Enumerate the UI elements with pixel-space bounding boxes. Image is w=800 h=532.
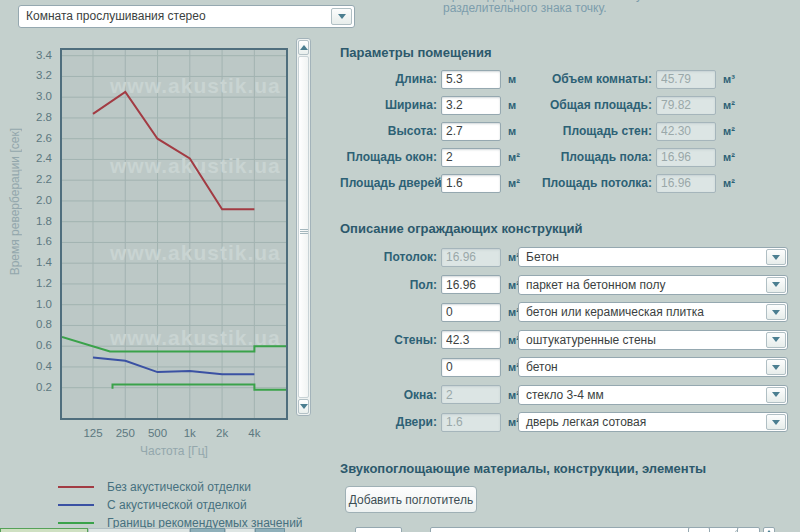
absorber-quantity-input[interactable] [355,527,402,532]
scrollbar-thumb[interactable] [298,56,309,398]
ceiling-area-field [441,248,501,267]
chart-scrollbar[interactable] [296,38,311,416]
bottom-clipped-chart [88,528,190,532]
scroll-down-button[interactable] [298,399,309,414]
y-tick-label: 3.0 [0,90,52,102]
reverb-chart-plot: www.akustik.uawww.akustik.uawww.akustik.… [60,48,288,420]
legend-label: Без акустической отделки [107,480,251,494]
walls-2-area-field[interactable] [441,358,501,377]
ceiling-area-label: Площадь потолка: [538,176,652,190]
ceiling-material-dropdown-button[interactable] [766,249,786,265]
doors-area-field [441,413,501,432]
total-area-label: Общая площадь: [538,98,652,112]
y-tick-label: 2.8 [0,111,52,123]
length-input[interactable] [441,70,501,89]
doors-material-dropdown-button[interactable] [766,414,786,430]
y-tick-label: 2.0 [0,194,52,206]
decimal-separator-note: При вводе дробных чисел используйте в ка… [443,0,788,15]
chevron-down-icon [772,365,780,370]
bottom-clipped-chart [225,528,255,532]
mini-scroll-up-button[interactable] [763,527,775,532]
floor-area-label: Площадь пола: [538,150,652,164]
walls-2-material-dropdown-button[interactable] [766,359,786,375]
field-row-walls-area: Площадь стен: м² [538,121,735,141]
constructions-title: Описание ограждающих конструкций [340,221,583,236]
y-tick-label: 2.2 [0,173,52,185]
field-row-volume: Объем комнаты: м³ [538,69,735,89]
width-unit: м [508,99,516,111]
absorber-action-button[interactable] [688,527,710,532]
total-area-unit: м² [723,99,735,111]
chevron-down-icon [772,255,780,260]
windows-area-field [441,385,501,404]
svg-text:www.akustik.ua: www.akustik.ua [109,241,281,264]
ceiling-label: Потолок: [340,250,437,264]
doors-material-value: дверь легкая сотовая [519,413,787,431]
construction-row-windows: Окна: м² стекло 3-4 мм [340,385,788,405]
x-axis-title: Частота [Гц] [62,444,286,458]
walls-material-select[interactable]: оштукатуренные стены [518,330,788,350]
constructions-rows: Потолок: м² Бетон Пол: м² паркет на бето… [340,247,788,432]
height-label: Высота: [340,124,437,138]
room-params-title: Параметры помещения [340,45,492,60]
walls-area-output [656,122,716,141]
legend-item-no-treatment: Без акустической отделки [58,478,303,496]
floor-material-select[interactable]: паркет на бетонном полу [518,275,788,295]
walls-2-material-select[interactable]: бетон [518,357,788,377]
floor-label: Пол: [340,278,437,292]
doors-material-select[interactable]: дверь легкая сотовая [518,412,788,432]
room-type-select[interactable]: Комната прослушивания стерео [18,5,355,28]
floor-material-value: паркет на бетонном полу [519,276,787,294]
scrollbar-grip-icon [300,229,308,235]
windows-material-dropdown-button[interactable] [766,387,786,403]
y-tick-label: 0.4 [0,360,52,372]
svg-text:www.akustik.ua: www.akustik.ua [109,74,281,97]
chart-legend: Без акустической отделки С акустической … [58,478,303,532]
walls-material-dropdown-button[interactable] [766,332,786,348]
legend-label: С акустической отделкой [107,498,247,512]
floor-2-material-dropdown-button[interactable] [766,304,786,320]
construction-row-walls-2: м² бетон [340,357,788,377]
door-area-input[interactable] [441,174,501,193]
ceiling-material-select[interactable]: Бетон [518,247,788,267]
room-type-value: Комната прослушивания стерео [19,6,354,27]
green-line-swatch [58,522,94,524]
chevron-down-icon [772,420,780,425]
chevron-down-icon [772,310,780,315]
width-input[interactable] [441,96,501,115]
window-area-unit: м² [508,151,520,163]
walls-label: Стены: [340,333,437,347]
windows-material-select[interactable]: стекло 3-4 мм [518,385,788,405]
total-area-output [656,96,716,115]
height-input[interactable] [441,122,501,141]
bottom-clipped-chart [255,528,285,532]
field-row-width: Ширина: м [340,95,520,115]
construction-row-floor: Пол: м² паркет на бетонном полу [340,275,788,295]
field-row-length: Длина: м [340,69,520,89]
bottom-clipped-chart [190,528,225,532]
scroll-up-button[interactable] [298,40,309,55]
walls-area-field[interactable] [441,330,501,349]
length-label: Длина: [340,72,437,86]
construction-row-doors: Двери: м² дверь легкая сотовая [340,412,788,432]
y-tick-label: 0.8 [0,318,52,330]
add-absorber-button[interactable]: Добавить поглотитель [345,486,477,513]
height-unit: м [508,125,516,137]
legend-item-with-treatment: С акустической отделкой [58,496,303,514]
y-tick-label: 2.6 [0,132,52,144]
floor-area-field[interactable] [441,275,501,294]
floor-material-dropdown-button[interactable] [766,277,786,293]
window-area-input[interactable] [441,148,501,167]
room-params-right-column: Объем комнаты: м³ Общая площадь: м² Площ… [538,69,735,193]
room-type-dropdown-button[interactable] [331,8,352,25]
absorbers-title: Звукопоглощающие материалы, конструкции,… [340,461,706,476]
floor-2-material-select[interactable]: бетон или керамическая плитка [518,302,788,322]
floor-2-area-field[interactable] [441,303,501,322]
arrow-up-icon [300,45,308,50]
y-tick-label: 1.4 [0,256,52,268]
absorber-action-button[interactable] [737,527,760,532]
floor-area-output [656,148,716,167]
volume-output [656,70,716,89]
floor-2-material-value: бетон или керамическая плитка [519,303,787,321]
chevron-down-icon [338,14,346,19]
